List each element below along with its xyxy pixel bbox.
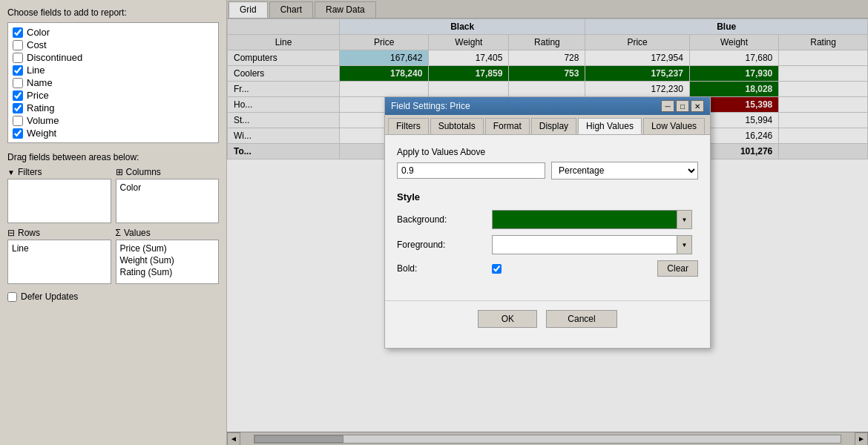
rows-icon [7, 228, 15, 238]
columns-icon [116, 167, 123, 177]
foreground-dropdown-arrow[interactable]: ▼ [677, 236, 691, 254]
field-item-rating: Rating [11, 102, 215, 114]
left-panel: Choose fields to add to report: ColorCos… [0, 0, 226, 445]
background-label: Background: [397, 214, 486, 225]
field-checkbox-volume[interactable] [13, 116, 23, 126]
foreground-row: Foreground: ▼ [397, 235, 698, 254]
defer-label: Defer Updates [21, 291, 78, 302]
field-label-weight: Weight [27, 128, 56, 139]
drag-areas: Filters Columns Color Rows Line [7, 167, 219, 284]
dialog-tab-subtotals[interactable]: Subtotals [430, 118, 484, 134]
field-item-name: Name [11, 76, 215, 89]
sum-icon [116, 228, 121, 238]
apply-select[interactable]: Percentage Absolute [551, 162, 698, 179]
filter-icon [7, 167, 15, 177]
dialog-tab-lowvalues[interactable]: Low Values [643, 118, 705, 134]
rows-area: Rows Line [7, 228, 111, 284]
dialog-tab-highvalues[interactable]: High Values [578, 118, 642, 134]
close-button[interactable]: ✕ [691, 100, 704, 112]
bold-checkbox[interactable] [492, 264, 502, 274]
bold-row: Bold: Clear [397, 260, 698, 277]
dialog-tab-format[interactable]: Format [485, 118, 530, 134]
columns-area: Columns Color [116, 167, 220, 223]
foreground-color-dropdown[interactable]: ▼ [492, 235, 692, 254]
values-box[interactable]: Price (Sum) Weight (Sum) Rating (Sum) [116, 240, 220, 284]
background-color-dropdown[interactable]: ▼ [492, 210, 692, 229]
field-label-rating: Rating [27, 102, 55, 113]
modal-overlay: Field Settings: Price ─ □ ✕ Filters Subt… [227, 0, 868, 445]
dialog-tab-display[interactable]: Display [531, 118, 576, 134]
field-settings-dialog: Field Settings: Price ─ □ ✕ Filters Subt… [384, 96, 711, 349]
field-checkbox-rating[interactable] [13, 103, 23, 113]
background-row: Background: ▼ [397, 210, 698, 229]
field-label-line: Line [27, 65, 45, 76]
field-item-cost: Cost [11, 39, 215, 51]
field-checkbox-name[interactable] [13, 78, 23, 88]
field-checkbox-cost[interactable] [13, 40, 23, 50]
values-label: Values [124, 228, 151, 238]
field-checkbox-discontinued[interactable] [13, 53, 23, 63]
bold-label: Bold: [397, 263, 486, 274]
field-item-volume: Volume [11, 114, 215, 127]
apply-value-input[interactable] [397, 162, 545, 179]
field-label-price: Price [27, 90, 49, 101]
drag-label: Drag fields between areas below: [7, 152, 219, 162]
defer-row: Defer Updates [7, 291, 219, 302]
dialog-tab-filters[interactable]: Filters [388, 118, 429, 134]
clear-button[interactable]: Clear [657, 260, 698, 277]
background-color-bar [493, 211, 677, 228]
rows-label: Rows [18, 228, 40, 238]
dialog-content: Apply to Values Above Percentage Absolut… [385, 135, 710, 294]
columns-item: Color [119, 182, 217, 194]
dialog-titlebar: Field Settings: Price ─ □ ✕ [385, 97, 710, 115]
bold-cell [492, 264, 651, 274]
field-label-name: Name [27, 77, 53, 88]
field-label-discontinued: Discontinued [27, 52, 82, 63]
columns-box[interactable]: Color [116, 179, 220, 223]
foreground-color-bar [493, 236, 677, 254]
values-item-price: Price (Sum) [119, 243, 217, 254]
minimize-button[interactable]: ─ [661, 100, 674, 112]
columns-label: Columns [126, 167, 161, 177]
field-checkbox-weight[interactable] [13, 128, 23, 139]
field-label-color: Color [27, 27, 50, 38]
filters-box[interactable] [7, 179, 111, 223]
rows-box[interactable]: Line [7, 240, 111, 284]
ok-button[interactable]: OK [478, 310, 537, 328]
rows-item: Line [10, 243, 108, 254]
defer-checkbox[interactable] [7, 292, 17, 302]
field-checkbox-price[interactable] [13, 90, 23, 101]
field-item-weight: Weight [11, 127, 215, 139]
field-label-cost: Cost [27, 39, 47, 50]
field-checkbox-line[interactable] [13, 65, 23, 76]
foreground-label: Foreground: [397, 240, 486, 250]
fields-list: ColorCostDiscontinuedLineNamePriceRating… [7, 22, 219, 143]
maximize-button[interactable]: □ [676, 100, 689, 112]
values-item-rating: Rating (Sum) [119, 266, 217, 278]
apply-row: Percentage Absolute [397, 162, 698, 179]
values-area: Values Price (Sum) Weight (Sum) Rating (… [116, 228, 220, 284]
dialog-title: Field Settings: Price [391, 101, 470, 111]
filters-area: Filters [7, 167, 111, 223]
field-item-line: Line [11, 64, 215, 76]
field-item-discontinued: Discontinued [11, 51, 215, 64]
fields-label: Choose fields to add to report: [7, 7, 219, 18]
field-label-volume: Volume [27, 115, 59, 126]
right-panel: Grid Chart Raw Data Black Blue Line Pric… [226, 0, 868, 445]
background-dropdown-arrow[interactable]: ▼ [677, 211, 691, 228]
dialog-controls: ─ □ ✕ [661, 100, 704, 112]
field-item-price: Price [11, 89, 215, 102]
field-checkbox-color[interactable] [13, 27, 23, 38]
cancel-button[interactable]: Cancel [546, 310, 617, 328]
apply-label: Apply to Values Above [397, 147, 698, 157]
field-item-color: Color [11, 26, 215, 39]
style-label: Style [397, 191, 698, 202]
dialog-tab-bar: Filters Subtotals Format Display High Va… [385, 115, 710, 135]
values-item-weight: Weight (Sum) [119, 254, 217, 266]
filters-label: Filters [18, 167, 42, 177]
dialog-footer: OK Cancel [385, 300, 710, 337]
